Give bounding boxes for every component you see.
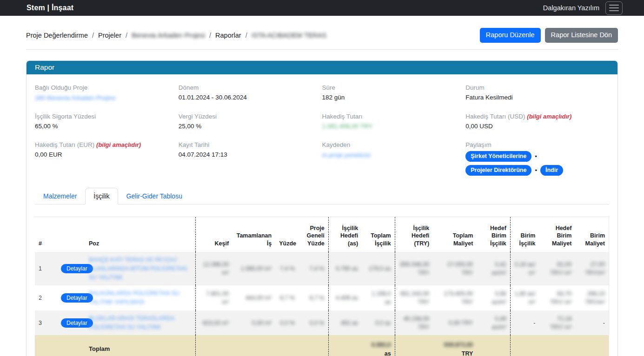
hamburger-icon bbox=[609, 7, 619, 9]
edit-report-button[interactable]: Raporu Düzenle bbox=[480, 28, 541, 43]
field-label: Süre bbox=[322, 84, 461, 91]
breadcrumb-separator: / bbox=[126, 32, 127, 39]
breadcrumb-project-name-redacted[interactable]: Benevia Arkaden Projesi bbox=[132, 32, 205, 39]
share-company-managers-badge[interactable]: Şirket Yöneticilerine bbox=[465, 151, 531, 162]
col-header-tamamlanan: Tamamlanan İş bbox=[232, 217, 275, 252]
field-label: Bağlı Olduğu Proje bbox=[35, 84, 174, 91]
cell-birim-iscilik: 0,16 as/ m² bbox=[510, 252, 539, 285]
field-value: 65,00 % bbox=[35, 123, 174, 130]
field-label: İşçilik Sigorta Yüzdesi bbox=[35, 113, 174, 120]
field-value: 182 gün bbox=[322, 94, 461, 101]
poz-link-redacted[interactable]: BALKONLARDA POLİÜRETAN SU YALITIMI YAPIL… bbox=[89, 289, 192, 307]
cell-hedef-birim-iscilik: 0,56 as/m² bbox=[477, 285, 510, 310]
cell-toplam-maliyet: 173.400,00 TRY bbox=[433, 285, 477, 310]
breadcrumb-raporlar[interactable]: Raporlar bbox=[215, 32, 241, 39]
field-bagli-proje: Bağlı Olduğu Proje 280 Benevia Arkaden P… bbox=[35, 77, 179, 106]
field-label: Kaydeden bbox=[322, 141, 461, 148]
total-empty bbox=[477, 335, 510, 356]
detaylar-button[interactable]: Detaylar bbox=[61, 293, 93, 303]
cell-iscilik-hedefi-as: 4.409 as bbox=[328, 285, 362, 310]
field-value: 01.01.2024 - 30.06.2024 bbox=[179, 94, 318, 101]
report-card: Rapor Bağlı Olduğu Proje 280 Benevia Ark… bbox=[26, 60, 618, 356]
field-label: Hakediş Tutarı (EUR) (bilgi amaçlıdır) bbox=[35, 141, 174, 148]
report-tabs: Malzemeler İşçilik Gelir-Gider Tablosu bbox=[35, 188, 609, 204]
field-hakedis-usd: Hakediş Tutarı (USD) (bilgi amaçlıdır) 0… bbox=[465, 106, 609, 134]
table-row: 3 Detaylar BLOKLAR ARASI TERASLARDA POLİ… bbox=[35, 310, 609, 336]
field-sure: Süre 182 gün bbox=[322, 77, 466, 106]
kaydeden-user-link-redacted[interactable]: m.proje.yoneticisi bbox=[322, 152, 371, 158]
total-empty bbox=[232, 335, 275, 356]
field-label: Paylaşım bbox=[465, 141, 604, 148]
status-value: Fatura Kesilmedi bbox=[465, 94, 604, 101]
table-row: 2 Detaylar BALKONLARDA POLİÜRETAN SU YAL… bbox=[35, 285, 609, 310]
detaylar-button[interactable]: Detaylar bbox=[61, 264, 93, 273]
field-value: 0,00 EUR bbox=[35, 151, 174, 158]
cell-birim-maliyet: - bbox=[575, 310, 609, 336]
tab-malzemeler[interactable]: Malzemeler bbox=[35, 188, 85, 204]
linked-project-link-redacted[interactable]: 280 Benevia Arkaden Projesi bbox=[35, 94, 115, 101]
hamburger-icon bbox=[609, 10, 619, 12]
detaylar-button[interactable]: Detaylar bbox=[61, 318, 93, 328]
field-durum: Durum Fatura Kesilmedi bbox=[465, 77, 609, 106]
info-note: (bilgi amaçlıdır) bbox=[96, 141, 141, 148]
total-empty bbox=[575, 335, 609, 356]
share-projects-director-badge[interactable]: Projeler Direktörüne bbox=[465, 165, 531, 176]
breadcrumb-separator: / bbox=[92, 32, 94, 39]
total-empty bbox=[299, 335, 328, 356]
breadcrumb-report-name-redacted[interactable]: ISTA ACIBADEM TERAS bbox=[252, 32, 326, 39]
field-label: Dönem bbox=[179, 84, 318, 91]
breadcrumb-projeler[interactable]: Projeler bbox=[98, 32, 121, 39]
table-header-row: # Poz Keşif Tamamlanan İş Yüzde Proje Ge… bbox=[35, 217, 609, 252]
field-hakedis-tutari: Hakediş Tutarı 1.081.456,00 TRY bbox=[322, 106, 466, 134]
breadcrumb: Proje Değerlendirme / Projeler / Benevia… bbox=[26, 32, 326, 39]
col-header-hedef-birim-iscilik: Hedef Birim İşçilik bbox=[477, 217, 510, 252]
col-header-iscilik-hedefi-try: İşçilik Hedefi (TRY) bbox=[395, 217, 433, 252]
field-value: 04.07.2024 17:13 bbox=[179, 151, 318, 158]
table-row: 1 Detaylar BAHÇE KATI TERAS VE PEYZAJ AL… bbox=[35, 252, 609, 285]
col-header-poz: Poz bbox=[85, 217, 195, 252]
cell-yuzde: 0,0 % bbox=[275, 310, 299, 336]
report-fields: Bağlı Olduğu Proje 280 Benevia Arkaden P… bbox=[35, 77, 609, 180]
cell-toplam-iscilik: 179,0 as bbox=[362, 252, 395, 285]
col-header-toplam-iscilik: Toplam İşçilik bbox=[362, 217, 395, 252]
iscilik-table: # Poz Keşif Tamamlanan İş Yüzde Proje Ge… bbox=[35, 217, 609, 356]
cell-birim-maliyet: 268,23 TRY/m² bbox=[575, 285, 609, 310]
col-header-birim-iscilik: Birim İşçilik bbox=[510, 217, 539, 252]
row-number: 1 bbox=[35, 252, 57, 285]
field-kaydeden: Kaydeden m.proje.yoneticisi bbox=[322, 134, 466, 180]
cell-hedef-birim-maliyet: 62,00 TRY/ m² bbox=[539, 252, 575, 285]
total-toplam-maliyet: 939.873,00 TRY bbox=[433, 335, 477, 356]
poz-link-redacted[interactable]: BLOKLAR ARASI TERASLARDA POLİÜRETAN SU Y… bbox=[89, 314, 192, 332]
cell-birim-iscilik: 1,80 as/ m² bbox=[510, 285, 539, 310]
col-header-proje-geneli-yuzde: Proje Geneli Yüzde bbox=[299, 217, 328, 252]
poz-link-redacted[interactable]: BAHÇE KATI TERAS VE PEYZAJ ALANLARINDA B… bbox=[89, 256, 192, 282]
cell-iscilik-hedefi-as: 5.790 as bbox=[328, 252, 362, 285]
tab-gelir-gider[interactable]: Gelir-Gider Tablosu bbox=[118, 188, 191, 204]
total-toplam-iscilik: 6.983,0 as bbox=[362, 335, 395, 356]
top-navbar: Stem | İnşaat Dalgakıran Yazılım bbox=[0, 0, 644, 16]
hakedis-amount-redacted: 1.081.456,00 TRY bbox=[322, 123, 461, 130]
tab-iscilik[interactable]: İşçilik bbox=[85, 188, 118, 204]
col-header-no: # bbox=[35, 217, 57, 252]
col-header-yuzde: Yüzde bbox=[275, 217, 299, 252]
cell-iscilik-hedefi-try: 45.238,00 TRY bbox=[395, 310, 433, 336]
row-number: 3 bbox=[35, 310, 57, 336]
col-header-birim-maliyet: Birim Maliyet bbox=[575, 217, 609, 252]
download-badge[interactable]: İndir bbox=[540, 165, 563, 176]
cell-iscilik-hedefi-try: 855.048,00 TRY bbox=[395, 252, 433, 285]
hamburger-icon bbox=[609, 5, 619, 6]
cell-toplam-maliyet: 27.000,00 TRY bbox=[433, 252, 477, 285]
cell-tamamlanan: 444,00 m² bbox=[232, 285, 275, 310]
field-value: 0,00 USD bbox=[465, 123, 604, 130]
back-to-report-list-button[interactable]: Rapor Listesine Dön bbox=[545, 28, 618, 43]
breadcrumb-proje-degerlendirme[interactable]: Proje Değerlendirme bbox=[26, 32, 88, 39]
app-brand: Stem | İnşaat bbox=[27, 4, 73, 12]
menu-toggle-button[interactable] bbox=[605, 1, 623, 15]
cell-toplam-iscilik: 0,0 as bbox=[362, 310, 395, 336]
cell-hedef-birim-iscilik: 0,49 as/m² bbox=[477, 310, 510, 336]
cell-tamamlanan: 1.085,00 m² bbox=[232, 252, 275, 285]
cell-kesif: 7.801,00 m² bbox=[195, 285, 232, 310]
field-label: Vergi Yüzdesi bbox=[179, 113, 318, 120]
cell-proje-geneli-yuzde: 6,7 % bbox=[299, 285, 328, 310]
cell-toplam-maliyet: 0,00 TRY bbox=[433, 310, 477, 336]
